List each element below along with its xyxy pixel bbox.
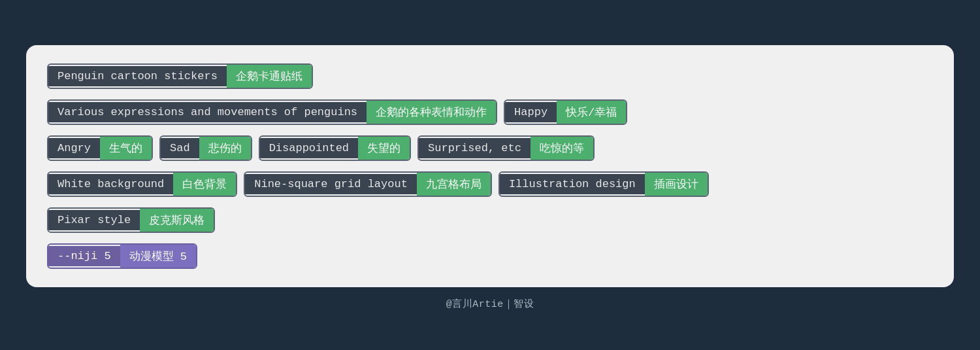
- tag-item-2-3: Surprised, etc吃惊的等: [417, 135, 595, 161]
- tag-en-label: Pixar style: [48, 210, 140, 230]
- tag-en-label: Penguin cartoon stickers: [48, 66, 227, 86]
- tag-zh-label: 生气的: [100, 137, 152, 160]
- tag-zh-label: 企鹅的各种表情和动作: [367, 101, 496, 124]
- tag-en-label: Disappointed: [260, 138, 358, 158]
- tag-item-3-0: White background白色背景: [47, 171, 237, 197]
- tag-zh-label: 皮克斯风格: [140, 209, 214, 232]
- tag-zh-label: 失望的: [358, 137, 410, 160]
- tag-zh-label: 快乐/幸福: [557, 101, 626, 124]
- tag-item-1-1: Happy快乐/幸福: [504, 99, 627, 125]
- tag-en-label: White background: [48, 174, 173, 194]
- tag-en-label: Illustration design: [500, 174, 645, 194]
- tag-item-3-1: Nine-square grid layout九宫格布局: [244, 171, 492, 197]
- tag-zh-label: 动漫模型 5: [120, 245, 196, 268]
- tag-en-label: Surprised, etc: [419, 138, 531, 158]
- tag-zh-label: 插画设计: [645, 173, 708, 196]
- main-card: Penguin cartoon stickers企鹅卡通贴纸Various ex…: [26, 45, 954, 287]
- tag-item-2-2: Disappointed失望的: [259, 135, 411, 161]
- tag-row-2: Angry生气的Sad悲伤的Disappointed失望的Surprised, …: [47, 135, 933, 161]
- footer-text: @言川Artie｜智设: [446, 287, 534, 318]
- tag-row-5: --niji 5动漫模型 5: [47, 243, 933, 269]
- tag-item-2-1: Sad悲伤的: [159, 135, 252, 161]
- tag-item-1-0: Various expressions and movements of pen…: [47, 99, 497, 125]
- tag-zh-label: 企鹅卡通贴纸: [227, 65, 312, 88]
- tag-en-label: --niji 5: [48, 246, 120, 266]
- tag-en-label: Sad: [161, 138, 199, 158]
- tag-en-label: Happy: [505, 102, 557, 122]
- tag-item-4-0: Pixar style皮克斯风格: [47, 207, 215, 233]
- tag-row-3: White background白色背景Nine-square grid lay…: [47, 171, 933, 197]
- tag-zh-label: 吃惊的等: [531, 137, 593, 160]
- tag-item-0-0: Penguin cartoon stickers企鹅卡通贴纸: [47, 63, 313, 89]
- tag-row-1: Various expressions and movements of pen…: [47, 99, 933, 125]
- tag-en-label: Angry: [48, 138, 100, 158]
- tag-item-2-0: Angry生气的: [47, 135, 153, 161]
- tag-row-0: Penguin cartoon stickers企鹅卡通贴纸: [47, 63, 933, 89]
- tag-item-3-2: Illustration design插画设计: [498, 171, 709, 197]
- tag-zh-label: 九宫格布局: [417, 173, 491, 196]
- tag-zh-label: 悲伤的: [199, 137, 251, 160]
- tag-en-label: Various expressions and movements of pen…: [48, 102, 367, 122]
- tag-row-4: Pixar style皮克斯风格: [47, 207, 933, 233]
- tag-zh-label: 白色背景: [173, 173, 236, 196]
- tag-item-5-0: --niji 5动漫模型 5: [47, 243, 197, 269]
- tag-en-label: Nine-square grid layout: [245, 174, 417, 194]
